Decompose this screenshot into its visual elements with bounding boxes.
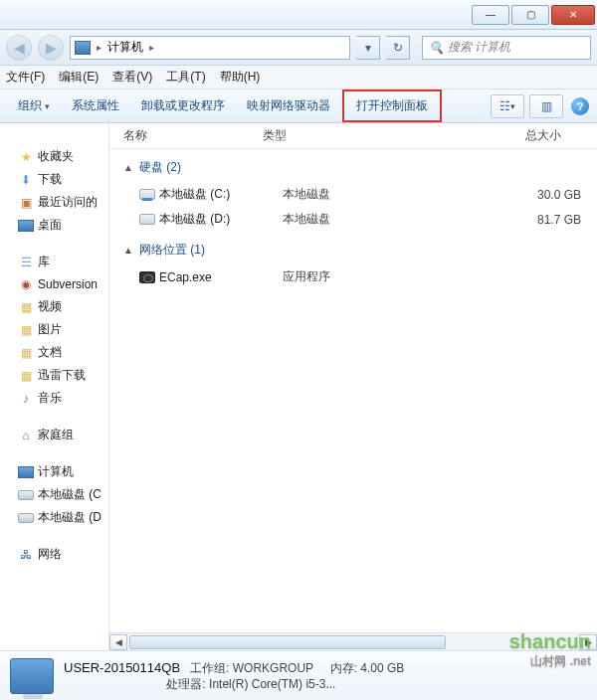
star-icon: ★ [18,149,34,165]
preview-pane-button[interactable]: ▥ [529,94,563,118]
sidebar-item-documents[interactable]: ▦文档 [0,341,108,364]
sidebar-item-drive-d[interactable]: 本地磁盘 (D [0,506,108,529]
address-segment[interactable]: 计算机 [107,39,143,56]
back-button[interactable]: ◀ [6,35,32,61]
computer-icon [10,658,54,694]
scroll-left-button[interactable]: ◀ [109,634,127,650]
address-history-dropdown[interactable]: ▾ [356,36,380,60]
view-options-button[interactable]: ☷ ▾ [491,94,524,118]
folder-icon: ▦ [18,368,34,384]
column-header-name[interactable]: 名称 [123,127,263,144]
menu-help[interactable]: 帮助(H) [220,69,261,86]
group-header-drives[interactable]: ▲ 硬盘 (2) [109,149,597,182]
desktop-icon [18,220,34,232]
address-bar[interactable]: ▸ 计算机 ▸ [70,36,350,60]
sidebar-item-label: 视频 [38,298,62,315]
sidebar-item-label: 音乐 [38,390,62,407]
sidebar-item-downloads[interactable]: ⬇下载 [0,168,108,191]
chevron-right-icon[interactable]: ▸ [147,42,156,53]
scroll-right-button[interactable]: ▶ [579,634,597,650]
folder-icon: ▦ [18,299,34,315]
search-icon: 🔍 [429,41,444,55]
sidebar-item-label: 本地磁盘 (C [38,486,101,503]
map-network-drive-button[interactable]: 映射网络驱动器 [237,93,340,118]
network-icon: 🖧 [18,547,34,563]
item-size: 30.0 GB [482,188,581,202]
file-list: 名称 类型 总大小 ▲ 硬盘 (2) 本地磁盘 (C:) 本地磁盘 30.0 G… [109,123,597,650]
menu-edit[interactable]: 编辑(E) [59,69,99,86]
open-control-panel-button[interactable]: 打开控制面板 [342,89,442,122]
system-properties-button[interactable]: 系统属性 [62,93,129,118]
search-input[interactable]: 🔍 搜索 计算机 [422,36,591,60]
column-header-size[interactable]: 总大小 [462,127,561,144]
application-icon [139,271,155,283]
drive-icon [18,513,34,523]
drive-icon [139,214,155,225]
memory-value: 4.00 GB [360,661,404,675]
cpu-label: 处理器: [166,677,205,691]
computer-icon [18,466,34,478]
sidebar-item-recent[interactable]: ▣最近访问的 [0,191,108,214]
sidebar-item-pictures[interactable]: ▦图片 [0,318,108,341]
sidebar-computer[interactable]: 计算机 [0,460,108,483]
forward-button[interactable]: ▶ [38,35,64,61]
details-info: USER-20150114QB 工作组: WORKGROUP 内存: 4.00 … [64,660,404,692]
scrollbar-track[interactable] [127,634,579,650]
sidebar-item-label: 最近访问的 [38,194,98,211]
column-headers: 名称 类型 总大小 [109,123,597,149]
group-header-network[interactable]: ▲ 网络位置 (1) [109,232,597,264]
chevron-down-icon: ▾ [45,101,50,111]
uninstall-programs-button[interactable]: 卸载或更改程序 [131,93,235,118]
chevron-right-icon: ▸ [95,42,103,53]
music-icon: ♪ [18,391,34,407]
sidebar-item-drive-c[interactable]: 本地磁盘 (C [0,483,108,506]
sidebar-item-xunlei[interactable]: ▦迅雷下载 [0,364,108,387]
recent-icon: ▣ [18,195,34,211]
refresh-button[interactable]: ↻ [386,36,410,60]
sidebar-item-label: 迅雷下载 [38,367,86,384]
item-type: 本地磁盘 [283,186,482,203]
sidebar-item-label: 图片 [38,321,62,338]
list-item-drive-d[interactable]: 本地磁盘 (D:) 本地磁盘 81.7 GB [109,207,597,232]
sidebar-item-music[interactable]: ♪音乐 [0,387,108,410]
sidebar-item-label: 文档 [38,344,62,361]
minimize-button[interactable]: — [472,5,509,25]
menu-view[interactable]: 查看(V) [112,69,152,86]
menu-bar: 文件(F) 编辑(E) 查看(V) 工具(T) 帮助(H) [0,66,597,89]
cpu-value: Intel(R) Core(TM) i5-3... [209,677,335,691]
menu-tools[interactable]: 工具(T) [166,69,205,86]
navigation-pane: ★ 收藏夹 ⬇下载 ▣最近访问的 桌面 ☰ 库 ◉Subversion ▦视频 … [0,123,109,650]
library-icon: ☰ [18,255,34,270]
menu-file[interactable]: 文件(F) [6,69,45,86]
horizontal-scrollbar[interactable]: ◀ ▶ [109,632,597,650]
maximize-button[interactable]: ▢ [511,5,549,25]
sidebar-item-subversion[interactable]: ◉Subversion [0,273,108,295]
sidebar-libraries[interactable]: ☰ 库 [0,251,108,273]
workgroup-value: WORKGROUP [233,661,313,675]
organize-label: 组织 [18,97,42,114]
sidebar-item-label: 家庭组 [38,427,74,443]
close-button[interactable]: ✕ [551,5,595,25]
sidebar-homegroup[interactable]: ⌂ 家庭组 [0,424,108,446]
sidebar-favorites[interactable]: ★ 收藏夹 [0,145,108,168]
view-icon: ☷ [499,99,510,113]
command-bar: 组织 ▾ 系统属性 卸载或更改程序 映射网络驱动器 打开控制面板 ☷ ▾ ▥ ? [0,89,597,123]
sidebar-network[interactable]: 🖧 网络 [0,543,108,566]
help-button[interactable]: ? [571,97,589,115]
scrollbar-thumb[interactable] [129,635,446,649]
item-size: 81.7 GB [482,213,581,227]
triangle-down-icon: ▲ [123,245,133,256]
organize-button[interactable]: 组织 ▾ [8,93,60,118]
window-titlebar: — ▢ ✕ [0,0,597,30]
sidebar-item-desktop[interactable]: 桌面 [0,214,108,237]
details-pane: USER-20150114QB 工作组: WORKGROUP 内存: 4.00 … [0,650,597,700]
sidebar-item-videos[interactable]: ▦视频 [0,295,108,318]
list-item-drive-c[interactable]: 本地磁盘 (C:) 本地磁盘 30.0 GB [109,182,597,207]
sidebar-item-label: 桌面 [38,217,62,234]
sidebar-item-label: 库 [38,254,50,270]
group-title: 网络位置 (1) [139,242,205,259]
list-item-ecap[interactable]: ECap.exe 应用程序 [109,264,597,289]
sidebar-item-label: 计算机 [38,463,74,480]
sidebar-item-label: 本地磁盘 (D [38,509,101,526]
column-header-type[interactable]: 类型 [263,127,462,144]
